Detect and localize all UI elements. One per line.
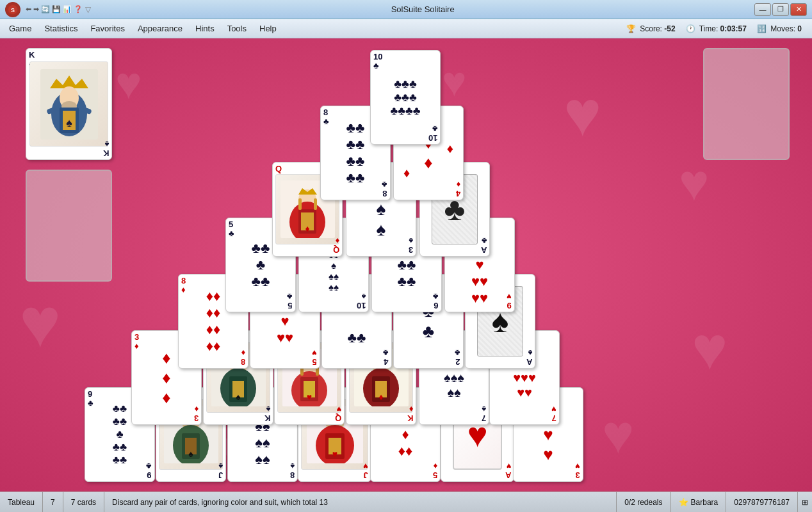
game-id: 0297879776187 xyxy=(734,498,790,507)
pyramid-r1-c1[interactable]: 10♣ ♣♣♣♣♣♣♣♣♣♣ 10♣ xyxy=(370,50,441,145)
svg-text:♠: ♠ xyxy=(66,116,72,129)
menubar: Game Statistics Favorites Appearance Hin… xyxy=(0,19,812,38)
menu-statistics[interactable]: Statistics xyxy=(38,21,84,36)
window-title: SolSuite Solitaire xyxy=(91,4,754,14)
status-count: 7 xyxy=(43,492,63,512)
menu-hints[interactable]: Hints xyxy=(189,21,221,36)
score-label: Score: xyxy=(640,24,664,33)
status-id: 0297879776187 xyxy=(726,492,798,512)
header-status: 🏆 Score: -52 🕐 Time: 0:03:57 🔢 Moves: 0 xyxy=(626,24,809,33)
minimize-button[interactable]: — xyxy=(754,3,771,16)
time-display: 🕐 Time: 0:03:57 xyxy=(686,24,747,33)
statusbar: Tableau 7 7 cards Discard any pair of ca… xyxy=(0,492,812,512)
menu-favorites[interactable]: Favorites xyxy=(84,21,131,36)
status-redeals: 0/2 redeals xyxy=(617,492,670,512)
svg-text:♥: ♥ xyxy=(332,449,337,459)
menu-appearance[interactable]: Appearance xyxy=(131,21,189,36)
score-display: 🏆 Score: -52 xyxy=(626,24,676,33)
cards-value: 7 cards xyxy=(71,498,96,507)
svg-text:♠: ♠ xyxy=(236,392,241,402)
svg-text:♠: ♠ xyxy=(188,449,193,459)
status-player: ⭐ Barbara xyxy=(671,492,727,512)
moves-label: Moves: xyxy=(770,24,797,33)
app-icon: S xyxy=(5,2,20,17)
svg-rect-19 xyxy=(314,198,317,210)
svg-text:♦: ♦ xyxy=(378,392,383,402)
window-controls: — ❐ ✕ xyxy=(754,3,807,16)
card-king-spades-stock[interactable]: K♠ ♠ K♠ xyxy=(26,48,112,160)
menu-tools[interactable]: Tools xyxy=(221,21,253,36)
score-value: -52 xyxy=(664,24,675,33)
player-icon: ⭐ xyxy=(679,498,688,507)
svg-text:♦: ♦ xyxy=(305,223,309,234)
time-label: Time: xyxy=(699,24,720,33)
menu-game[interactable]: Game xyxy=(3,21,38,36)
resize-icon[interactable]: ⊞ xyxy=(802,498,808,507)
titlebar: S ⬅ ➡ 🔄 💾 📊 ❓ ▽ SolSuite Solitaire — ❐ ✕ xyxy=(0,0,812,19)
svg-text:♥: ♥ xyxy=(306,392,311,402)
time-value: 0:03:57 xyxy=(720,24,747,33)
redeals-value: 0/2 redeals xyxy=(624,498,662,507)
tableau-label: Tableau xyxy=(8,498,35,507)
close-button[interactable]: ✕ xyxy=(790,3,807,16)
game-area[interactable]: ♥ ♥ ♥ ♥ ♥ ♥ ♥ ♥ ♥ ♥ K♠ xyxy=(0,38,812,492)
count-value: 7 xyxy=(51,498,55,507)
card-slot-left xyxy=(26,170,112,282)
status-tableau: Tableau xyxy=(0,492,43,512)
status-hint: Discard any pair of cards, ignoring colo… xyxy=(104,492,617,512)
moves-display: 🔢 Moves: 0 xyxy=(757,24,802,33)
moves-value: 0 xyxy=(797,24,802,33)
player-name: Barbara xyxy=(691,498,719,507)
app-logo: S ⬅ ➡ 🔄 💾 📊 ❓ ▽ xyxy=(5,2,91,17)
hint-text: Discard any pair of cards, ignoring colo… xyxy=(112,498,328,507)
card-slot-right xyxy=(703,48,790,160)
status-cards: 7 cards xyxy=(63,492,104,512)
restore-button[interactable]: ❐ xyxy=(772,3,789,16)
status-resize[interactable]: ⊞ xyxy=(798,492,812,512)
svg-text:S: S xyxy=(11,7,15,13)
menu-help[interactable]: Help xyxy=(253,21,283,36)
svg-rect-18 xyxy=(298,198,302,210)
